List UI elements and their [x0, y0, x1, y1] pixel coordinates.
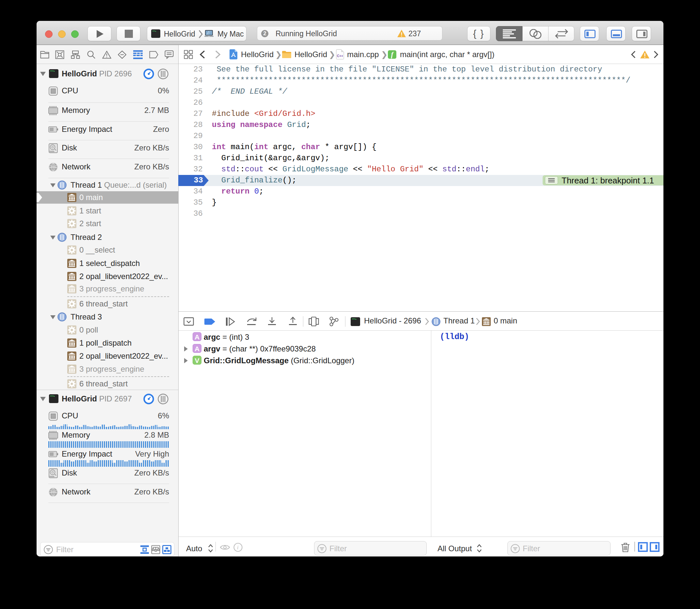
svg-text:C++: C++	[337, 54, 343, 58]
svg-text:i: i	[237, 545, 238, 550]
